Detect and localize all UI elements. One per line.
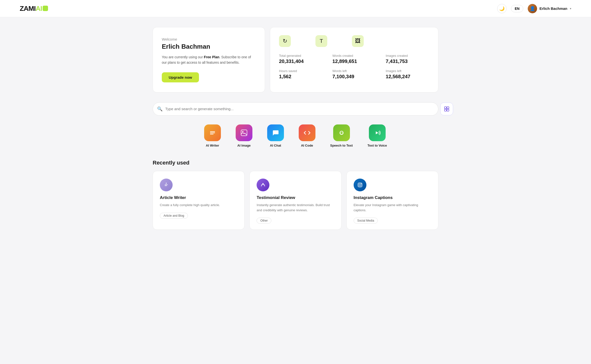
recently-used-title: Recently used [153, 160, 438, 166]
svg-point-15 [264, 184, 265, 185]
total-generated-icon: ↻ [279, 35, 291, 47]
ai-image-icon [236, 124, 252, 141]
svg-rect-1 [447, 107, 449, 109]
avatar: 👤 [528, 4, 537, 13]
recently-used-section: Recently used Article Writer Create a fu… [153, 160, 438, 230]
svg-point-17 [359, 184, 361, 186]
words-created-value: 12,899,651 [332, 59, 376, 64]
svg-rect-5 [210, 133, 215, 133]
testimonial-review-name: Testimonial Review [257, 195, 334, 200]
recently-used-cards: Article Writer Create a fully complete h… [153, 171, 438, 230]
instagram-captions-name: Instagram Captions [354, 195, 431, 200]
category-text-to-voice[interactable]: Text to Voice [367, 124, 387, 147]
grid-view-button[interactable] [440, 103, 453, 115]
ai-chat-label: AI Chat [270, 144, 281, 147]
images-left-label: Images left [386, 69, 429, 73]
tool-card-article-writer[interactable]: Article Writer Create a fully complete h… [153, 171, 245, 230]
stat-total-generated: Total generated 20,331,404 [279, 54, 323, 64]
category-ai-code[interactable]: AI Code [299, 124, 315, 147]
svg-point-18 [361, 183, 361, 184]
total-generated-label: Total generated [279, 54, 323, 58]
plan-name: Free Plan [204, 55, 219, 59]
words-created-icon: T [315, 35, 327, 47]
ai-code-icon [299, 124, 315, 141]
words-left-label: Words left [332, 69, 376, 73]
instagram-captions-icon [354, 179, 366, 191]
welcome-description: You are currently using our Free Plan. S… [162, 54, 256, 65]
dark-mode-button[interactable]: 🌙 [497, 4, 507, 13]
images-created-value: 7,431,753 [386, 59, 429, 64]
testimonial-review-tag: Other [257, 218, 271, 224]
speech-to-text-label: Speech to Text [330, 144, 353, 147]
svg-rect-7 [241, 130, 247, 136]
ai-code-label: AI Code [301, 144, 313, 147]
category-ai-writer[interactable]: AI Writer [204, 124, 221, 147]
welcome-card: Welcome Erlich Bachman You are currently… [153, 27, 265, 92]
svg-point-11 [342, 132, 343, 133]
stat-words-created: Words created 12,899,651 [332, 54, 376, 64]
header-right: 🌙 EN 👤 Erlich Bachman ▾ [497, 4, 571, 13]
tool-card-instagram-captions[interactable]: Instagram Captions Elevate your Instagra… [346, 171, 438, 230]
stat-images-left: Images left 12,568,247 [386, 69, 429, 79]
logo-ai: AI [35, 5, 42, 13]
logo: ZAMI AI [20, 5, 48, 13]
article-writer-name: Article Writer [160, 195, 237, 200]
stat-images-created: Images created 7,431,753 [386, 54, 429, 64]
stat-hours-saved: Hours saved 1,562 [279, 69, 323, 79]
ai-writer-icon [204, 124, 221, 141]
article-writer-icon [160, 179, 173, 191]
category-speech-to-text[interactable]: Speech to Text [330, 124, 353, 147]
chevron-down-icon: ▾ [570, 7, 571, 10]
images-created-label: Images created [386, 54, 429, 58]
text-to-voice-icon [369, 124, 386, 141]
logo-zami: ZAMI [20, 5, 35, 13]
welcome-desc-start: You are currently using our [162, 55, 204, 59]
header: ZAMI AI 🌙 EN 👤 Erlich Bachman ▾ [0, 0, 591, 17]
svg-point-8 [242, 131, 243, 132]
article-writer-desc: Create a fully complete high quality art… [160, 203, 237, 208]
svg-point-14 [261, 184, 262, 185]
stats-grid: Total generated 20,331,404 Words created… [279, 54, 429, 79]
logo-icon [43, 6, 48, 11]
welcome-name: Erlich Bachman [162, 43, 256, 50]
text-to-voice-label: Text to Voice [367, 144, 387, 147]
stats-card: ↻ T 🖼 Total generated 20,331,404 Words c… [270, 27, 438, 92]
tool-card-testimonial-review[interactable]: Testimonial Review Instantly generate au… [249, 171, 341, 230]
category-ai-chat[interactable]: AI Chat [267, 124, 284, 147]
user-profile[interactable]: 👤 Erlich Bachman ▾ [528, 4, 571, 13]
words-left-value: 7,100,349 [332, 74, 376, 79]
hours-saved-value: 1,562 [279, 74, 323, 79]
stats-icons-row: ↻ T 🖼 [279, 35, 429, 47]
svg-marker-12 [376, 131, 378, 134]
ai-image-label: AI Image [237, 144, 251, 147]
top-row: Welcome Erlich Bachman You are currently… [153, 27, 438, 92]
upgrade-button[interactable]: Upgrade now [162, 72, 199, 82]
hours-saved-label: Hours saved [279, 69, 323, 73]
ai-writer-label: AI Writer [206, 144, 219, 147]
testimonial-review-desc: Instantly generate authentic testimonial… [257, 203, 334, 213]
main-content: Welcome Erlich Bachman You are currently… [148, 17, 443, 240]
user-name: Erlich Bachman [540, 6, 567, 11]
instagram-captions-tag: Social Media [354, 218, 378, 224]
language-button[interactable]: EN [511, 5, 523, 12]
svg-rect-2 [444, 109, 446, 111]
words-created-label: Words created [332, 54, 376, 58]
categories-row: AI Writer AI Image AI Chat AI Code Speec… [153, 124, 438, 147]
category-ai-image[interactable]: AI Image [236, 124, 252, 147]
ai-chat-icon [267, 124, 284, 141]
images-left-value: 12,568,247 [386, 74, 429, 79]
search-icon: 🔍 [157, 106, 163, 112]
search-section: 🔍 [153, 102, 438, 116]
article-writer-tag: Article and Blog [160, 213, 188, 219]
search-input[interactable] [153, 102, 438, 116]
stat-words-left: Words left 7,100,349 [332, 69, 376, 79]
total-generated-value: 20,331,404 [279, 59, 323, 64]
svg-rect-0 [444, 107, 446, 109]
svg-rect-6 [210, 134, 213, 135]
testimonial-review-icon [257, 179, 269, 191]
images-created-icon: 🖼 [352, 35, 364, 47]
svg-rect-4 [210, 131, 215, 132]
speech-to-text-icon [333, 124, 350, 141]
svg-point-10 [340, 132, 341, 133]
svg-rect-3 [447, 109, 449, 111]
